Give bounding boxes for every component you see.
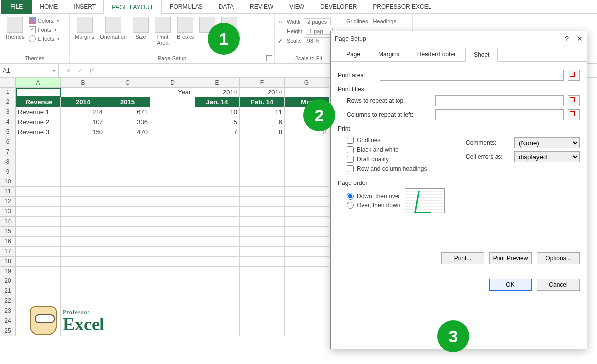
cell-F2[interactable]: Feb. 14 [240,97,285,107]
select-all-corner[interactable] [0,78,16,88]
fonts-button[interactable]: AFonts▾ [29,26,60,34]
row-header-12[interactable]: 12 [0,197,16,207]
cell-E4[interactable]: 5 [195,117,240,127]
cell-B5[interactable]: 150 [61,127,105,137]
cell-B1[interactable] [61,88,105,97]
page-setup-dialog-launcher[interactable] [266,55,272,61]
cell-D4[interactable] [150,117,195,127]
tab-view[interactable]: VIEW [281,0,312,14]
col-header-A[interactable]: A [16,78,61,88]
row-header-2[interactable]: 2 [0,97,16,107]
col-header-B[interactable]: B [61,78,105,88]
cell-errors-select[interactable]: displayed [514,151,580,162]
cell-D5[interactable] [150,127,195,137]
cell-E1[interactable]: 2014 [195,88,240,97]
cell-C2[interactable]: 2015 [105,97,150,107]
tab-insert[interactable]: INSERT [66,0,103,14]
tab-file[interactable]: FILE [1,0,32,14]
cell-C4[interactable]: 336 [105,117,150,127]
draft-quality-checkbox[interactable]: Draft quality [347,156,461,163]
black-white-checkbox[interactable]: Black and white [347,146,461,153]
col-header-D[interactable]: D [150,78,195,88]
col-header-F[interactable]: F [240,78,285,88]
over-then-down-radio[interactable]: Over, then down [347,202,400,209]
cell-C3[interactable]: 671 [105,107,150,117]
row-header-7[interactable]: 7 [0,147,16,157]
row-header-11[interactable]: 11 [0,187,16,197]
row-header-9[interactable]: 9 [0,167,16,177]
cell-B2[interactable]: 2014 [61,97,105,107]
row-header-10[interactable]: 10 [0,177,16,187]
cancel-button[interactable]: Cancel [537,279,580,291]
cell-C5[interactable]: 470 [105,127,150,137]
cols-repeat-picker[interactable] [568,109,580,120]
cell-G1[interactable] [285,88,329,97]
row-header-22[interactable]: 22 [0,296,16,306]
name-box[interactable]: A1▾ [0,64,59,77]
cell-D3[interactable] [150,107,195,117]
cell-F3[interactable]: 11 [240,107,285,117]
cell-B4[interactable]: 107 [61,117,105,127]
cell-E3[interactable]: 10 [195,107,240,117]
print-area-button[interactable]: Print Area [153,16,173,47]
close-icon[interactable]: ✕ [577,35,583,43]
row-header-5[interactable]: 5 [0,127,16,137]
rows-repeat-picker[interactable] [568,95,580,106]
tab-page-layout[interactable]: PAGE LAYOUT [103,0,162,14]
gridlines-checkbox[interactable]: Gridlines [347,137,461,144]
cancel-formula-icon[interactable]: ✕ [66,67,71,74]
col-header-E[interactable]: E [195,78,240,88]
print-area-input[interactable] [380,70,564,81]
row-header-17[interactable]: 17 [0,247,16,257]
help-icon[interactable]: ? [565,35,569,43]
cell-A3[interactable]: Revenue 1 [16,107,61,117]
tab-home[interactable]: HOME [32,0,66,14]
cell-F5[interactable]: 8 [240,127,285,137]
rows-repeat-input[interactable] [435,95,564,106]
row-header-13[interactable]: 13 [0,207,16,217]
cell-A5[interactable]: Revenue 3 [16,127,61,137]
down-then-over-radio[interactable]: Down, then over [347,193,400,200]
cell-E2[interactable]: Jan. 14 [195,97,240,107]
cell-A2[interactable]: Revenue [16,97,61,107]
tab-review[interactable]: REVIEW [242,0,281,14]
print-preview-button[interactable]: Print Preview [489,252,532,264]
row-header-14[interactable]: 14 [0,217,16,227]
row-header-4[interactable]: 4 [0,117,16,127]
row-header-20[interactable]: 20 [0,276,16,286]
options-button[interactable]: Options... [537,252,580,264]
width-field[interactable]: ↔Width:2 pages [278,18,340,26]
cell-D1[interactable]: Year: [150,88,195,97]
row-header-23[interactable]: 23 [0,306,16,316]
effects-button[interactable]: Effects▾ [29,35,60,43]
size-button[interactable]: Size [131,16,151,41]
breaks-button[interactable]: Breaks [175,16,196,41]
row-header-24[interactable]: 24 [0,316,16,326]
row-header-3[interactable]: 3 [0,107,16,117]
dialog-tab-page[interactable]: Page [338,47,369,61]
row-header-15[interactable]: 15 [0,227,16,237]
tab-data[interactable]: DATA [211,0,242,14]
cell-C1[interactable] [105,88,150,97]
row-header-25[interactable]: 25 [0,326,16,336]
cols-repeat-input[interactable] [435,109,564,120]
row-header-21[interactable]: 21 [0,286,16,296]
ok-button[interactable]: OK [489,279,532,291]
row-header-8[interactable]: 8 [0,157,16,167]
dialog-tab-margins[interactable]: Margins [370,47,408,61]
row-header-18[interactable]: 18 [0,257,16,267]
comments-select[interactable]: (None) [514,137,580,148]
colors-button[interactable]: Colors▾ [29,17,60,25]
row-header-6[interactable]: 6 [0,137,16,147]
orientation-button[interactable]: Orientation [98,16,129,41]
row-header-16[interactable]: 16 [0,237,16,247]
cell-A1[interactable] [16,88,61,97]
cell-A4[interactable]: Revenue 2 [16,117,61,127]
cell-E5[interactable]: 7 [195,127,240,137]
cell-F1[interactable]: 2014 [240,88,285,97]
enter-formula-icon[interactable]: ✓ [78,67,83,74]
row-header-1[interactable]: 1 [0,88,16,97]
print-button[interactable]: Print... [441,252,484,264]
fx-icon[interactable]: fx [90,67,94,74]
tab-developer[interactable]: DEVELOPER [312,0,365,14]
